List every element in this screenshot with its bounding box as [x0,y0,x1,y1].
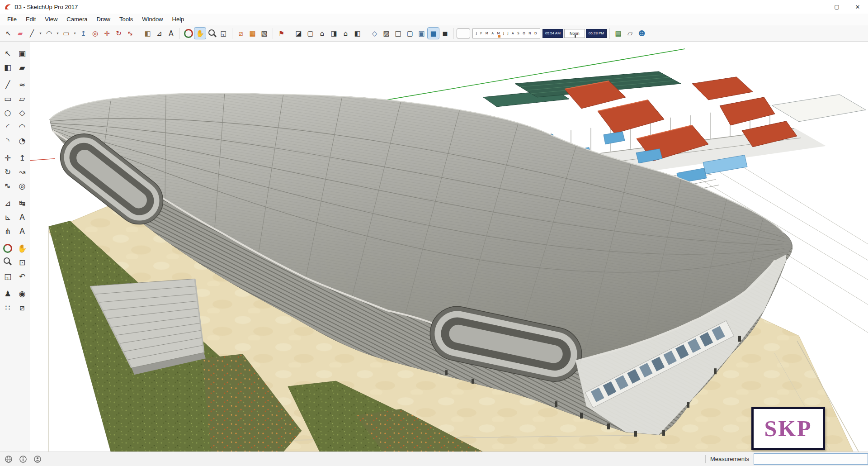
make-component-tool[interactable]: ▣ [16,47,29,60]
zoom-icon[interactable] [206,28,217,39]
style-hidden-line-icon[interactable]: ▢ [404,28,415,39]
circle-tool[interactable]: ○ [1,106,14,119]
section-plane-icon[interactable]: ⧄ [235,28,246,39]
style-shaded-textures-icon[interactable]: ■ [428,28,439,39]
text-icon[interactable]: A [165,28,177,39]
orbit-tool[interactable] [1,242,14,255]
polygon-tool[interactable]: ◇ [16,106,29,119]
month-label: J [508,32,509,35]
menu-view[interactable]: View [40,14,62,25]
look-around-tool[interactable]: ◉ [16,287,29,300]
zoom-window-tool[interactable]: ⊡ [16,256,29,269]
view-back-icon[interactable]: ⌂ [340,28,351,39]
pan-icon[interactable]: ✋ [194,28,206,39]
rotated-rectangle-tool[interactable]: ▱ [16,92,29,105]
status-hint-caret [50,456,50,462]
arc-dropdown-icon[interactable]: ▾ [55,28,60,39]
style-back-edges-icon[interactable]: ▨ [381,28,392,39]
axes-tool[interactable]: ⋔ [1,224,14,238]
paint-bucket-icon[interactable]: ◧ [142,28,153,39]
shadows-toggle-button[interactable] [457,29,470,38]
paint-bucket-tool[interactable]: ◧ [1,61,14,74]
follow-me-tool[interactable]: ↝ [16,165,29,178]
orbit-icon[interactable] [183,28,194,39]
position-camera-tool[interactable]: ♟ [1,287,14,300]
walk-tool[interactable]: ∷ [1,301,14,314]
large-tool-set: ↖ ▣ ◧ ▰ ╱ ≈ ▭ ▱ ○ ◇ ◜ ◠ ◝ ◔ ✛ ↥ ↻ ↝ ↔ ◎ … [0,42,30,452]
scale-tool[interactable]: ↔ [0,176,17,195]
credits-button[interactable] [18,454,28,464]
display-section-planes-icon[interactable]: ▦ [247,28,258,39]
style-xray-icon[interactable]: ◇ [369,28,380,39]
tape-measure-icon[interactable]: ⊿ [154,28,165,39]
move-tool[interactable]: ✛ [1,151,14,164]
add-location-icon[interactable]: ⚑ [276,28,287,39]
image-icon[interactable]: ▤ [613,28,624,39]
pan-tool[interactable]: ✋ [16,242,29,255]
shadow-time-slider[interactable]: Noon [564,29,585,38]
menu-camera[interactable]: Camera [62,14,92,25]
viewport-canvas[interactable]: SKP [30,42,868,452]
view-iso-icon[interactable]: ◪ [293,28,304,39]
select-icon[interactable]: ↖ [3,28,14,39]
rectangle-tool[interactable]: ▭ [1,92,14,105]
close-button[interactable]: ✕ [847,0,868,14]
menu-file[interactable]: File [3,14,21,25]
menu-help[interactable]: Help [168,14,189,25]
select-tool[interactable]: ↖ [1,47,14,60]
style-shaded-icon[interactable]: ▣ [416,28,427,39]
account-icon[interactable]: ☻ [636,28,647,39]
style-wireframe-icon[interactable]: □ [392,28,404,39]
shadow-date-marker[interactable] [498,35,500,38]
shapes-dropdown-icon[interactable]: ▾ [72,28,77,39]
view-top-icon[interactable]: ▢ [305,28,316,39]
freehand-tool[interactable]: ≈ [16,78,29,91]
move-icon[interactable]: ✛ [101,28,113,39]
section-plane-tool[interactable]: ⧄ [16,301,29,314]
menu-draw[interactable]: Draw [92,14,115,25]
view-left-icon[interactable]: ◧ [352,28,363,39]
view-front-icon[interactable]: ⌂ [316,28,328,39]
measurements-input[interactable] [754,453,868,465]
menu-tools[interactable]: Tools [115,14,137,25]
previous-tool[interactable]: ↶ [16,270,29,283]
three-point-arc-tool[interactable]: ◝ [1,134,14,147]
geolocation-button[interactable] [4,454,14,464]
dimension-tool[interactable]: ↹ [16,196,29,209]
text-tool[interactable]: A [16,210,29,223]
line-icon[interactable]: ╱ [26,28,38,39]
two-point-arc-tool[interactable]: ◠ [16,120,29,133]
minimize-button[interactable]: – [806,0,826,14]
offset-tool[interactable]: ◎ [16,179,29,192]
rotate-tool[interactable]: ↻ [1,165,14,178]
arc-icon[interactable]: ◠ [43,28,55,39]
protractor-tool[interactable]: ⊾ [1,210,14,223]
tape-measure-tool[interactable]: ⊿ [1,196,14,209]
tag-icon[interactable]: ▱ [624,28,636,39]
line-tool[interactable]: ╱ [1,78,14,91]
3d-text-tool[interactable]: A [16,224,29,238]
push-pull-tool[interactable]: ↥ [16,151,29,164]
sign-in-button[interactable] [33,454,42,464]
maximize-button[interactable]: ▢ [826,0,847,14]
menu-window[interactable]: Window [137,14,167,25]
offset-icon[interactable]: ◎ [90,28,101,39]
zoom-extents-tool[interactable]: ◱ [1,270,14,283]
display-section-cuts-icon[interactable]: ▧ [259,28,270,39]
style-monochrome-icon[interactable]: ◼ [439,28,451,39]
eraser-icon[interactable]: ▰ [14,28,26,39]
menu-edit[interactable]: Edit [21,14,40,25]
pie-tool[interactable]: ◔ [16,134,29,147]
view-right-icon[interactable]: ◨ [328,28,340,39]
push-pull-icon[interactable]: ↥ [78,28,89,39]
shadow-date-slider[interactable]: J F M A M J J A S O N D [472,29,540,38]
scale-icon[interactable]: ↔ [123,25,138,41]
line-dropdown-icon[interactable]: ▾ [38,28,43,39]
month-label: O [523,32,525,35]
sunrise-time: 05:54 AM [542,29,563,38]
arc-tool[interactable]: ◜ [1,120,14,133]
shapes-icon[interactable]: ▭ [61,28,72,39]
eraser-tool[interactable]: ▰ [16,61,29,74]
zoom-extents-icon[interactable]: ◱ [218,28,229,39]
zoom-tool[interactable] [1,256,14,269]
